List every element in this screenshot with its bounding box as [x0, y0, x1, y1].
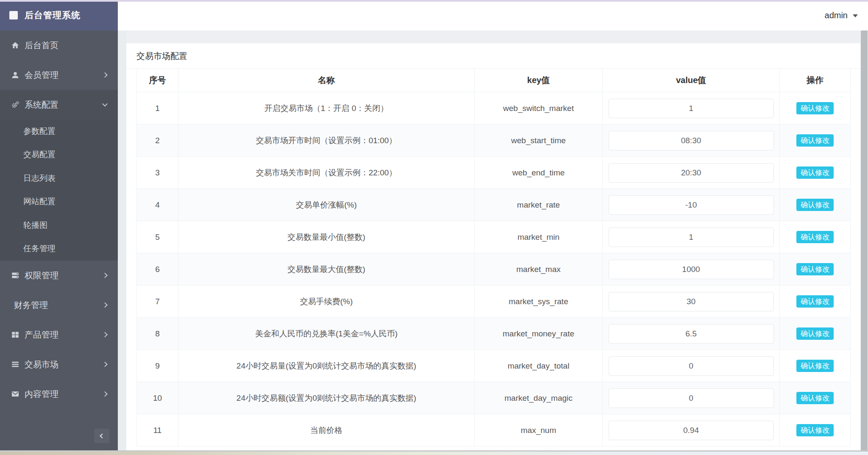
sidebar-collapse-button[interactable] — [94, 429, 109, 443]
cell-index: 9 — [137, 350, 178, 382]
sidebar-item[interactable]: 会员管理 — [0, 60, 118, 90]
cell-value — [603, 253, 780, 286]
cell-index: 7 — [137, 286, 178, 318]
main-content: 交易市场配置 序号名称key值value值操作 1开启交易市场（1：开启 0：关… — [118, 31, 868, 451]
cell-key: web_switch_market — [475, 92, 603, 125]
cell-index: 10 — [137, 382, 178, 414]
confirm-edit-button[interactable]: 确认修改 — [796, 392, 834, 404]
confirm-edit-button[interactable]: 确认修改 — [796, 102, 834, 114]
row-index: 10 — [153, 394, 162, 403]
column-header: 序号 — [137, 69, 178, 92]
confirm-edit-button[interactable]: 确认修改 — [796, 166, 834, 179]
table-row: 5交易数量最小值(整数)market_min确认修改 — [137, 221, 850, 253]
row-index: 8 — [155, 329, 160, 338]
setting-name: 交易单价涨幅(%) — [296, 200, 357, 211]
confirm-edit-button[interactable]: 确认修改 — [796, 199, 834, 211]
confirm-edit-button[interactable]: 确认修改 — [796, 360, 834, 372]
app-title: 后台管理系统 — [25, 9, 81, 21]
sidebar-subitem[interactable]: 网站配置 — [0, 190, 118, 214]
value-input[interactable] — [609, 388, 774, 408]
top-edge-strip — [0, 0, 868, 2]
sidebar-item-label: 权限管理 — [25, 270, 58, 281]
cell-value — [603, 286, 780, 318]
confirm-edit-button[interactable]: 确认修改 — [796, 263, 834, 275]
column-header: key值 — [475, 69, 603, 92]
table-row: 1024小时交易额(设置为0则统计交易市场的真实数据)market_day_ma… — [137, 382, 850, 414]
setting-name: 24小时交易量(设置为0则统计交易市场的真实数据) — [236, 361, 416, 372]
sidebar-subitem[interactable]: 日志列表 — [0, 166, 118, 190]
cell-action: 确认修改 — [780, 414, 851, 447]
cell-action: 确认修改 — [780, 253, 851, 286]
sidebar-item[interactable]: 财务管理 — [0, 290, 118, 320]
chevron-down-icon — [102, 101, 108, 107]
sidebar-item[interactable]: 权限管理 — [0, 261, 118, 290]
table-row: 7交易手续费(%)market_sys_rate确认修改 — [137, 286, 850, 318]
cell-value — [603, 414, 780, 447]
sidebar-item[interactable]: 后台首页 — [0, 31, 118, 60]
value-input[interactable] — [609, 421, 774, 440]
app-screen: 后台管理系统 后台首页会员管理系统配置参数配置交易配置日志列表网站配置轮播图任务… — [0, 0, 868, 455]
setting-key: market_max — [516, 265, 561, 274]
setting-key: market_min — [517, 233, 559, 242]
config-table: 序号名称key值value值操作 1开启交易市场（1：开启 0：关闭）web_s… — [136, 69, 850, 447]
scrollbar-thumb[interactable] — [861, 31, 868, 451]
sidebar-subitem[interactable]: 交易配置 — [0, 143, 118, 167]
value-input[interactable] — [609, 131, 774, 150]
windows-icon — [11, 330, 19, 339]
sidebar-subitem[interactable]: 轮播图 — [0, 214, 118, 237]
confirm-edit-button[interactable]: 确认修改 — [796, 231, 834, 243]
value-input[interactable] — [609, 228, 774, 247]
sidebar-item-label: 产品管理 — [25, 329, 58, 341]
value-input[interactable] — [609, 324, 774, 344]
sidebar-item-label: 系统配置 — [25, 99, 58, 111]
setting-key: max_num — [521, 426, 556, 435]
chevron-left-icon — [100, 433, 104, 438]
username-label: admin — [825, 11, 848, 20]
app-logo-bar: 后台管理系统 — [0, 0, 118, 31]
cell-value — [603, 125, 780, 157]
cell-index: 5 — [137, 221, 178, 253]
sidebar-subitem[interactable]: 参数配置 — [0, 119, 118, 143]
sidebar-item[interactable]: 产品管理 — [0, 320, 118, 350]
cell-name: 美金和人民币的兑换率(1美金=%人民币) — [178, 318, 475, 350]
confirm-edit-button[interactable]: 确认修改 — [796, 134, 834, 147]
chevron-right-icon — [102, 332, 108, 338]
confirm-edit-button[interactable]: 确认修改 — [796, 295, 834, 308]
confirm-edit-button[interactable]: 确认修改 — [796, 327, 834, 340]
user-dropdown[interactable]: admin — [825, 0, 858, 31]
sidebar-item[interactable]: 系统配置 — [0, 90, 118, 119]
sidebar-item[interactable]: 内容管理 — [0, 379, 118, 409]
cell-name: 开启交易市场（1：开启 0：关闭） — [178, 92, 475, 125]
sidebar-subitem[interactable]: 任务管理 — [0, 237, 118, 261]
top-header-bar: admin — [118, 0, 868, 31]
sidebar-subitem-label: 日志列表 — [23, 173, 56, 184]
config-card: 交易市场配置 序号名称key值value值操作 1开启交易市场（1：开启 0：关… — [126, 43, 860, 455]
cell-index: 11 — [137, 414, 178, 447]
column-header-label: key值 — [527, 75, 550, 86]
value-input[interactable] — [609, 99, 774, 118]
cell-value — [603, 92, 780, 125]
cell-key: market_sys_rate — [475, 286, 603, 318]
setting-name: 交易市场关市时间（设置示例：22:00） — [256, 167, 397, 178]
setting-name: 美金和人民币的兑换率(1美金=%人民币) — [255, 328, 398, 339]
content-left-gutter — [118, 31, 126, 451]
row-index: 4 — [155, 200, 160, 210]
setting-name: 交易市场开市时间（设置示例：01:00） — [256, 135, 397, 146]
sidebar-item[interactable]: 交易市场 — [0, 350, 118, 379]
value-input[interactable] — [609, 195, 774, 215]
cell-value — [603, 221, 780, 253]
value-input[interactable] — [609, 292, 774, 311]
value-input[interactable] — [609, 356, 774, 376]
value-input[interactable] — [609, 163, 774, 183]
table-row: 2交易市场开市时间（设置示例：01:00）web_start_time确认修改 — [137, 125, 850, 157]
setting-key: web_start_time — [511, 136, 566, 145]
cell-action: 确认修改 — [780, 318, 851, 350]
confirm-edit-button[interactable]: 确认修改 — [796, 424, 834, 436]
table-row: 4交易单价涨幅(%)market_rate确认修改 — [137, 189, 850, 221]
value-input[interactable] — [609, 260, 774, 279]
sidebar: 后台管理系统 后台首页会员管理系统配置参数配置交易配置日志列表网站配置轮播图任务… — [0, 0, 118, 451]
setting-key: market_sys_rate — [509, 297, 568, 306]
cell-value — [603, 318, 780, 350]
sidebar-nav: 后台首页会员管理系统配置参数配置交易配置日志列表网站配置轮播图任务管理权限管理财… — [0, 31, 118, 409]
sidebar-subitem-label: 任务管理 — [23, 243, 56, 254]
